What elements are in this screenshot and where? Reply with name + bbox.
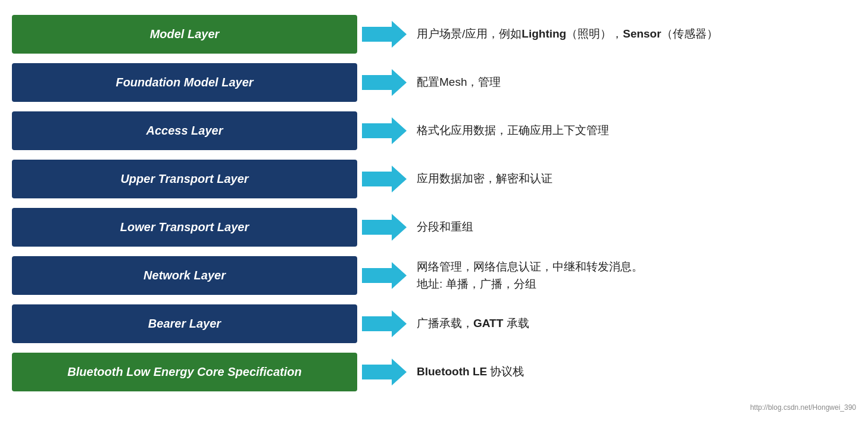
row-access-layer: Access Layer 格式化应用数据，正确应用上下文管理 — [12, 108, 856, 153]
arrow-icon — [362, 166, 407, 192]
arrow-icon — [362, 214, 407, 241]
arrow-bearer-layer — [357, 310, 411, 337]
svg-marker-5 — [362, 262, 407, 289]
layer-box-lower-transport-layer: Lower Transport Layer — [12, 208, 357, 247]
row-model-layer: Model Layer 用户场景/应用，例如Lighting（照明），Senso… — [12, 12, 856, 57]
layer-box-model-layer: Model Layer — [12, 15, 357, 54]
layer-diagram: Model Layer 用户场景/应用，例如Lighting（照明），Senso… — [12, 6, 856, 400]
description-foundation-model-layer: 配置Mesh，管理 — [411, 74, 856, 91]
arrow-icon — [362, 21, 407, 48]
svg-marker-3 — [362, 166, 407, 192]
svg-marker-4 — [362, 214, 407, 241]
description-bearer-layer: 广播承载，GATT 承载 — [411, 315, 856, 332]
description-network-layer: 网络管理，网络信息认证，中继和转发消息。地址: 单播，广播，分组 — [411, 259, 856, 292]
row-ble-core: Bluetooth Low Energy Core Specification … — [12, 350, 856, 394]
layer-label-lower-transport-layer: Lower Transport Layer — [120, 220, 249, 234]
row-upper-transport-layer: Upper Transport Layer 应用数据加密，解密和认证 — [12, 157, 856, 201]
layer-label-network-layer: Network Layer — [143, 269, 226, 282]
description-model-layer: 用户场景/应用，例如Lighting（照明），Sensor（传感器） — [411, 26, 856, 43]
arrow-model-layer — [357, 21, 411, 48]
svg-marker-1 — [362, 69, 407, 96]
description-upper-transport-layer: 应用数据加密，解密和认证 — [411, 170, 856, 188]
arrow-ble-core — [357, 359, 411, 385]
arrow-access-layer — [357, 117, 411, 144]
layer-box-ble-core: Bluetooth Low Energy Core Specification — [12, 353, 357, 391]
layer-label-ble-core: Bluetooth Low Energy Core Specification — [67, 365, 301, 379]
arrow-icon — [362, 359, 407, 385]
layer-label-upper-transport-layer: Upper Transport Layer — [120, 172, 248, 186]
row-foundation-model-layer: Foundation Model Layer 配置Mesh，管理 — [12, 60, 856, 105]
arrow-lower-transport-layer — [357, 214, 411, 241]
layer-label-model-layer: Model Layer — [150, 27, 220, 41]
description-lower-transport-layer: 分段和重组 — [411, 219, 856, 236]
description-access-layer: 格式化应用数据，正确应用上下文管理 — [411, 122, 856, 139]
arrow-icon — [362, 310, 407, 337]
arrow-icon — [362, 69, 407, 96]
layer-box-bearer-layer: Bearer Layer — [12, 304, 357, 343]
layer-box-upper-transport-layer: Upper Transport Layer — [12, 160, 357, 198]
layer-box-foundation-model-layer: Foundation Model Layer — [12, 63, 357, 102]
arrow-icon — [362, 262, 407, 289]
layer-box-access-layer: Access Layer — [12, 111, 357, 150]
arrow-foundation-model-layer — [357, 69, 411, 96]
description-ble-core: Bluetooth LE 协议栈 — [411, 363, 856, 381]
row-lower-transport-layer: Lower Transport Layer 分段和重组 — [12, 205, 856, 250]
svg-marker-7 — [362, 359, 407, 385]
layer-box-network-layer: Network Layer — [12, 256, 357, 295]
svg-marker-2 — [362, 117, 407, 144]
layer-label-bearer-layer: Bearer Layer — [148, 317, 221, 331]
row-network-layer: Network Layer 网络管理，网络信息认证，中继和转发消息。地址: 单播… — [12, 253, 856, 298]
watermark: http://blog.csdn.net/Hongwei_390 — [12, 403, 856, 412]
row-bearer-layer: Bearer Layer 广播承载，GATT 承载 — [12, 301, 856, 346]
svg-marker-6 — [362, 310, 407, 337]
arrow-network-layer — [357, 262, 411, 289]
arrow-upper-transport-layer — [357, 166, 411, 192]
svg-marker-0 — [362, 21, 407, 48]
layer-label-access-layer: Access Layer — [146, 124, 223, 138]
layer-label-foundation-model-layer: Foundation Model Layer — [115, 76, 253, 89]
arrow-icon — [362, 117, 407, 144]
